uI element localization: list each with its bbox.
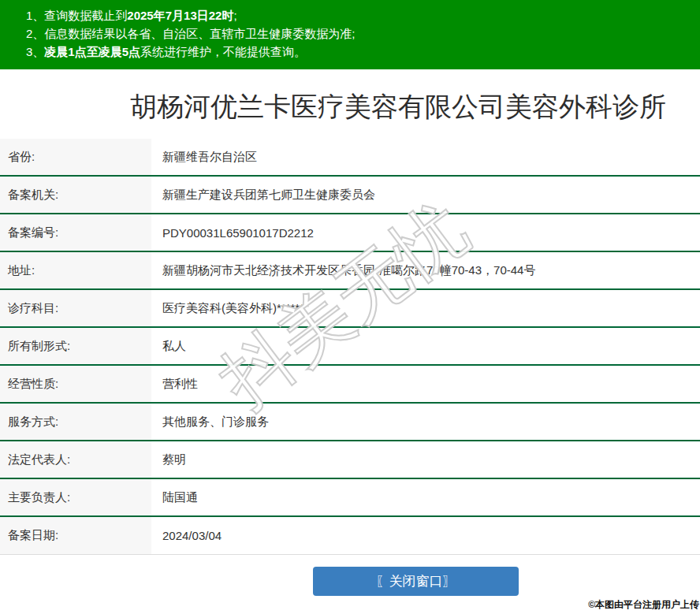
table-row-province: 省份: 新疆维吾尔自治区: [0, 139, 700, 177]
notice-text-bold: 2025年7月13日22时: [127, 9, 233, 22]
table-row-filing-authority: 备案机关: 新疆生产建设兵团第七师卫生健康委员会: [0, 177, 700, 214]
row-value: 私人: [151, 328, 700, 364]
table-row-filing-date: 备案日期: 2024/03/04: [0, 517, 700, 555]
row-value: 新疆胡杨河市天北经济技术开发区果香园-准噶尔路70幢70-43，70-44号: [151, 252, 700, 288]
row-value: 其他服务、门诊服务: [151, 404, 700, 440]
notice-bar: 1、查询数据截止到2025年7月13日22时; 2、信息数据结果以各省、自治区、…: [0, 0, 700, 69]
attribution-text: ©本图由平台注册用户上传: [588, 598, 699, 612]
close-window-button[interactable]: 〖关闭窗口〗: [313, 567, 519, 596]
notice-number: 3、: [26, 45, 44, 58]
table-row-clinical-departments: 诊疗科目: 医疗美容科(美容外科)******: [0, 290, 700, 328]
row-value: 医疗美容科(美容外科)******: [151, 290, 700, 326]
notice-text: 查询数据截止到: [44, 9, 127, 22]
row-label: 服务方式:: [0, 404, 151, 440]
row-value: 2024/03/04: [151, 517, 700, 554]
table-row-business-nature: 经营性质: 营利性: [0, 366, 700, 404]
table-row-service-mode: 服务方式: 其他服务、门诊服务: [0, 404, 700, 441]
row-value: 新疆维吾尔自治区: [151, 139, 700, 175]
notice-text: ;: [233, 9, 236, 22]
table-row-principal: 主要负责人: 陆国通: [0, 479, 700, 517]
row-label: 地址:: [0, 252, 151, 288]
notice-text: 信息数据结果以各省、自治区、直辖市卫生健康委数据为准;: [44, 27, 355, 40]
table-row-legal-representative: 法定代表人: 蔡明: [0, 441, 700, 479]
row-label: 备案日期:: [0, 517, 151, 554]
notice-number: 1、: [26, 9, 44, 22]
row-label: 法定代表人:: [0, 441, 151, 478]
row-label: 备案机关:: [0, 177, 151, 213]
row-value: PDY00031L65901017D2212: [151, 214, 700, 251]
row-label: 经营性质:: [0, 366, 151, 402]
table-row-filing-number: 备案编号: PDY00031L65901017D2212: [0, 214, 700, 252]
row-value: 新疆生产建设兵团第七师卫生健康委员会: [151, 177, 700, 213]
page-title: 胡杨河优兰卡医疗美容有限公司美容外科诊所: [130, 90, 700, 123]
notice-line-2: 2、信息数据结果以各省、自治区、直辖市卫生健康委数据为准;: [26, 24, 692, 43]
table-row-address: 地址: 新疆胡杨河市天北经济技术开发区果香园-准噶尔路70幢70-43，70-4…: [0, 252, 700, 290]
row-label: 省份:: [0, 139, 151, 175]
row-label: 主要负责人:: [0, 479, 151, 515]
notice-number: 2、: [26, 27, 44, 40]
notice-line-1: 1、查询数据截止到2025年7月13日22时;: [26, 6, 692, 24]
row-label: 诊疗科目:: [0, 290, 151, 326]
row-value: 蔡明: [151, 441, 700, 478]
notice-text: 系统进行维护，不能提供查询。: [140, 45, 306, 58]
notice-text-bold: 凌晨1点至凌晨5点: [44, 45, 140, 58]
table-row-ownership-type: 所有制形式: 私人: [0, 328, 700, 366]
row-label: 所有制形式:: [0, 328, 151, 364]
row-value: 陆国通: [151, 479, 700, 515]
notice-line-3: 3、凌晨1点至凌晨5点系统进行维护，不能提供查询。: [26, 43, 692, 61]
info-table: 省份: 新疆维吾尔自治区 备案机关: 新疆生产建设兵团第七师卫生健康委员会 备案…: [0, 139, 700, 555]
row-value: 营利性: [151, 366, 700, 402]
row-label: 备案编号:: [0, 214, 151, 251]
